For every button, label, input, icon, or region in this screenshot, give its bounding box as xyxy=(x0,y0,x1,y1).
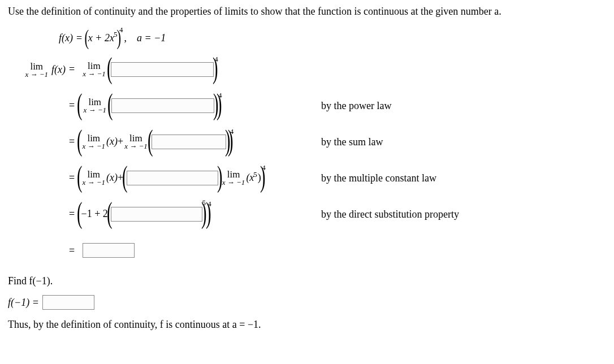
exponent-4: 4 xyxy=(119,25,123,34)
limit-notation: lim x → −1 xyxy=(82,133,105,150)
answer-input-2[interactable] xyxy=(111,98,214,113)
lim-label: lim xyxy=(30,62,43,71)
exponent-4: 4 xyxy=(230,127,234,136)
exponent-4: 4 xyxy=(207,200,211,209)
right-paren: ) xyxy=(217,167,222,187)
formula-body: x + 2x xyxy=(88,32,114,44)
substitution-body: −1 + 2 xyxy=(81,208,107,220)
left-paren: ( xyxy=(77,167,83,187)
law-label-sum: by the sum law xyxy=(321,136,606,148)
limit-notation: lim x → −1 xyxy=(124,133,148,150)
answer-input-7[interactable] xyxy=(42,295,94,310)
equals-sign: = xyxy=(69,172,75,184)
lim-approach: x → −1 xyxy=(124,142,148,150)
step-1-row: lim x → −1 f(x) = lim x → −1 ( ) 4 xyxy=(8,55,606,84)
equals-sign: = xyxy=(69,136,75,148)
equals-sign: = xyxy=(69,63,75,75)
comma: , xyxy=(124,32,127,44)
lim-approach: x → −1 xyxy=(82,179,105,186)
step-3-row: = ( lim x → −1 (x) + lim x → −1 ( ) ) 4 … xyxy=(8,127,606,157)
law-label-mult: by the multiple constant law xyxy=(321,172,606,184)
limit-notation: lim x → −1 xyxy=(222,170,245,186)
equals-sign: = xyxy=(69,208,75,220)
exponent-4: 4 xyxy=(214,55,218,64)
x-term: (x) xyxy=(106,172,118,184)
step-6-row: = xyxy=(8,236,606,265)
step-5-row: = ( −1 + 2 ( ) 5 ) 4 by the direct subst… xyxy=(8,200,606,229)
exponent-4: 4 xyxy=(262,163,266,172)
equals-sign: = xyxy=(76,32,82,44)
given-function: f(x) = ( x + 2x5 ) 4 , a = −1 xyxy=(59,25,606,50)
answer-input-4[interactable] xyxy=(127,171,218,185)
instruction-text: Use the definition of continuity and the… xyxy=(8,6,606,18)
exponent-4: 4 xyxy=(218,91,222,100)
lim-approach: x → −1 xyxy=(222,179,245,186)
left-paren: ( xyxy=(107,58,113,79)
law-label-direct: by the direct substitution property xyxy=(321,209,606,220)
fx-label: f(x) xyxy=(51,64,66,76)
left-paren: ( xyxy=(77,94,83,115)
answer-input-1[interactable] xyxy=(111,62,214,77)
lim-approach: x → −1 xyxy=(82,142,105,150)
lim-approach: x → −1 xyxy=(25,71,48,78)
lim-approach: x → −1 xyxy=(83,106,106,114)
plus-sign: + xyxy=(118,136,123,148)
left-paren: ( xyxy=(148,131,153,151)
limit-notation: lim x → −1 xyxy=(83,61,106,77)
left-paren: ( xyxy=(77,131,83,151)
step-2-row: = ( lim x → −1 ( ) ) 4 by the power law xyxy=(8,91,606,120)
left-paren: ( xyxy=(122,167,128,187)
equals-sign: = xyxy=(69,245,75,257)
limit-notation: lim x → −1 xyxy=(83,97,106,114)
x5-term: (x xyxy=(246,172,254,184)
limit-notation: lim x → −1 xyxy=(82,170,105,186)
exponent-5: 5 xyxy=(253,170,257,179)
f-eval-label: f(−1) = xyxy=(8,297,39,309)
answer-input-5[interactable] xyxy=(111,207,202,222)
step-4-row: = ( lim x → −1 (x) + ( ) lim x → −1 (x5)… xyxy=(8,163,606,193)
law-label-power: by the power law xyxy=(321,100,606,112)
left-paren: ( xyxy=(107,203,113,223)
left-paren: ( xyxy=(85,31,89,44)
answer-input-3[interactable] xyxy=(152,135,226,149)
left-paren: ( xyxy=(77,203,83,223)
limit-notation: lim x → −1 xyxy=(25,62,48,78)
left-paren: ( xyxy=(107,94,113,115)
f-eval-row: f(−1) = xyxy=(8,295,606,310)
conclusion-text: Thus, by the definition of continuity, f… xyxy=(8,319,606,331)
equals-sign: = xyxy=(69,99,75,111)
lim-approach: x → −1 xyxy=(83,70,106,77)
find-instruction: Find f(−1). xyxy=(8,275,606,287)
a-value: a = −1 xyxy=(137,32,166,44)
x-term: (x) xyxy=(106,136,118,148)
fx-label: f(x) xyxy=(59,32,73,44)
answer-input-6[interactable] xyxy=(83,243,135,258)
